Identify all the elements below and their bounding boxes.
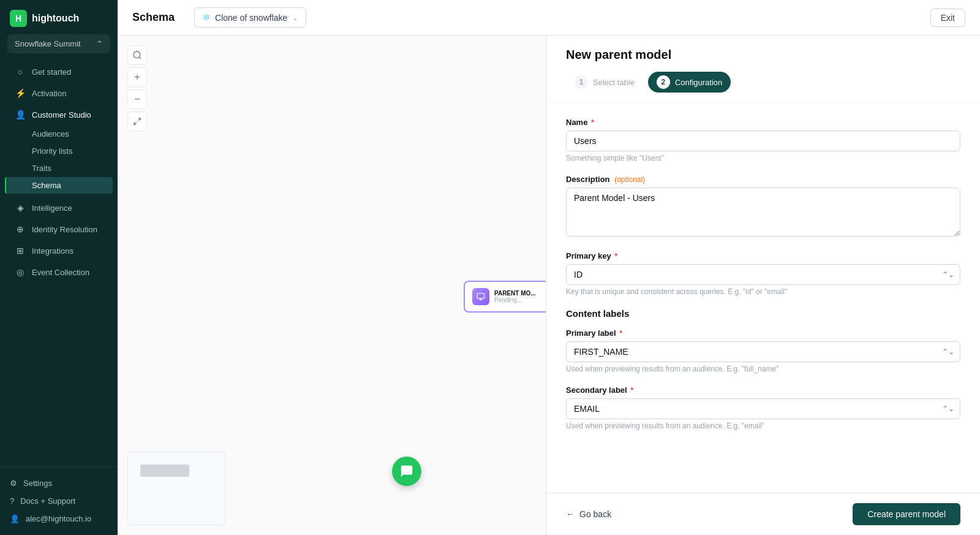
docs-icon: ? — [10, 496, 14, 506]
step-1-number: 1 — [575, 75, 588, 89]
sidebar-nav: ○ Get started ⚡ Activation 👤 Customer St… — [0, 58, 118, 466]
sidebar-item-intelligence[interactable]: ◈ Intelligence — [5, 197, 113, 218]
secondary-label-field: Secondary label * EMAIL PHONE ⌃⌄ Used wh… — [566, 385, 960, 430]
chat-button[interactable] — [392, 457, 421, 486]
secondary-label-select[interactable]: EMAIL PHONE — [566, 398, 960, 419]
step-1-label: Select table — [593, 78, 635, 87]
model-node-status: Pending... — [494, 297, 536, 303]
schema-label: Schema — [32, 181, 61, 190]
steps-indicator: 1 Select table 2 Configuration — [566, 72, 960, 93]
audiences-label: Audiences — [32, 129, 69, 138]
user-email: alec@hightouch.io — [26, 514, 91, 523]
docs-label: Docs + Support — [20, 496, 75, 506]
primary-key-required-star: * — [614, 251, 617, 260]
sidebar-item-audiences[interactable]: Audiences — [5, 126, 113, 142]
sidebar-item-priority-lists[interactable]: Priority lists — [5, 143, 113, 159]
nav-label-get-started: Get started — [32, 67, 71, 77]
primary-label-select[interactable]: FIRST_NAME LAST_NAME — [566, 341, 960, 362]
logo-icon: H — [10, 10, 27, 27]
secondary-label-hint: Used when previewing results from an aud… — [566, 422, 960, 430]
description-field: Description (optional) Parent Model - Us… — [566, 175, 960, 239]
description-label: Description (optional) — [566, 175, 960, 184]
target-icon: ◎ — [15, 267, 26, 278]
workspace-selector[interactable]: Snowflake Summit ⌃ — [7, 34, 110, 53]
sidebar-item-traits[interactable]: Traits — [5, 160, 113, 176]
sidebar-item-schema[interactable]: Schema — [5, 177, 113, 194]
main-content: Schema ❄ Clone of snowflake ⌄ Exit + − — [118, 0, 980, 535]
svg-line-1 — [139, 57, 141, 59]
step-2-label: Configuration — [675, 78, 722, 87]
workspace-name: Snowflake Summit — [15, 39, 81, 48]
sidebar-item-customer-studio[interactable]: 👤 Customer Studio — [5, 104, 113, 125]
nav-label-event-collection: Event Collection — [32, 268, 89, 277]
sidebar-item-settings[interactable]: ⚙ Settings — [5, 474, 113, 492]
primary-label-select-wrapper: FIRST_NAME LAST_NAME ⌃⌄ — [566, 341, 960, 362]
diamond-icon: ◈ — [15, 202, 26, 213]
sub-nav: Audiences Priority lists Traits Schema — [0, 126, 118, 197]
parent-model-node[interactable]: PARENT MO... Pending... — [464, 281, 546, 313]
go-back-label: Go back — [579, 509, 611, 519]
source-selector[interactable]: ❄ Clone of snowflake ⌄ — [194, 7, 306, 28]
sidebar-item-activation[interactable]: ⚡ Activation — [5, 83, 113, 104]
canvas-area: + − PARENT MO... Pending... — [118, 36, 546, 535]
sidebar-item-integrations[interactable]: ⊞ Integrations — [5, 240, 113, 261]
sidebar-item-identity-resolution[interactable]: ⊕ Identity Resolution — [5, 219, 113, 240]
nav-label-intelligence: Intelligence — [32, 203, 72, 213]
secondary-label-required-star: * — [630, 385, 633, 395]
traits-label: Traits — [32, 164, 51, 173]
sidebar-item-get-started[interactable]: ○ Get started — [5, 61, 113, 82]
right-panel: New parent model 1 Select table 2 Config… — [546, 36, 980, 535]
canvas-toolbar: + − — [127, 45, 147, 131]
primary-key-hint: Key that is unique and consistent across… — [566, 287, 960, 296]
zoom-out-button[interactable]: − — [127, 89, 147, 109]
primary-key-label: Primary key * — [566, 251, 960, 260]
exit-button[interactable]: Exit — [930, 9, 965, 27]
step-select-table[interactable]: 1 Select table — [566, 72, 643, 93]
logo-text: hightouch — [32, 13, 79, 24]
name-hint: Something simple like "Users" — [566, 154, 960, 162]
sidebar-item-docs-support[interactable]: ? Docs + Support — [5, 492, 113, 510]
sidebar-item-event-collection[interactable]: ◎ Event Collection — [5, 262, 113, 283]
go-back-button[interactable]: ← Go back — [566, 504, 611, 524]
snowflake-icon: ❄ — [202, 12, 210, 23]
description-input[interactable]: Parent Model - Users — [566, 188, 960, 237]
svg-point-0 — [134, 51, 140, 58]
primary-key-field: Primary key * ID EMAIL ⌃⌄ Key that is un… — [566, 251, 960, 296]
content-labels-title: Content labels — [566, 308, 960, 319]
plus-circle-icon: ⊕ — [15, 224, 26, 235]
primary-key-select[interactable]: ID EMAIL — [566, 264, 960, 285]
schema-panel: + − PARENT MO... Pending... — [118, 36, 980, 535]
sidebar-item-user[interactable]: 👤 alec@hightouch.io — [5, 510, 113, 528]
lightning-icon: ⚡ — [15, 88, 26, 99]
description-optional: (optional) — [614, 175, 645, 184]
primary-label-required-star: * — [619, 328, 622, 338]
source-name: Clone of snowflake — [215, 13, 287, 23]
model-node-text: PARENT MO... Pending... — [494, 290, 536, 303]
create-parent-model-button[interactable]: Create parent model — [853, 503, 960, 525]
right-panel-body: Name * Something simple like "Users" Des… — [546, 103, 980, 493]
canvas-minimap — [127, 452, 225, 525]
zoom-in-button[interactable]: + — [127, 67, 147, 87]
right-panel-footer: ← Go back Create parent model — [546, 493, 980, 535]
nav-label-activation: Activation — [32, 89, 66, 98]
secondary-label-select-wrapper: EMAIL PHONE ⌃⌄ — [566, 398, 960, 419]
workspace-chevron: ⌃ — [96, 39, 103, 48]
primary-label-hint: Used when previewing results from an aud… — [566, 365, 960, 373]
step-configuration[interactable]: 2 Configuration — [648, 72, 731, 93]
user-avatar-icon: 👤 — [10, 514, 20, 523]
name-input[interactable] — [566, 131, 960, 151]
search-button[interactable] — [127, 45, 147, 65]
minimap-indicator — [140, 465, 189, 477]
nav-label-identity-resolution: Identity Resolution — [32, 225, 97, 234]
logo-area: H hightouch — [0, 0, 118, 34]
name-required-star: * — [591, 118, 594, 127]
new-parent-model-title: New parent model — [566, 48, 960, 62]
circle-icon: ○ — [15, 66, 26, 77]
sidebar: H hightouch Snowflake Summit ⌃ ○ Get sta… — [0, 0, 118, 535]
svg-line-2 — [138, 118, 140, 121]
svg-rect-4 — [477, 294, 484, 298]
primary-key-select-wrapper: ID EMAIL ⌃⌄ — [566, 264, 960, 285]
page-title: Schema — [132, 11, 175, 24]
settings-icon: ⚙ — [10, 479, 17, 488]
fit-view-button[interactable] — [127, 112, 147, 131]
